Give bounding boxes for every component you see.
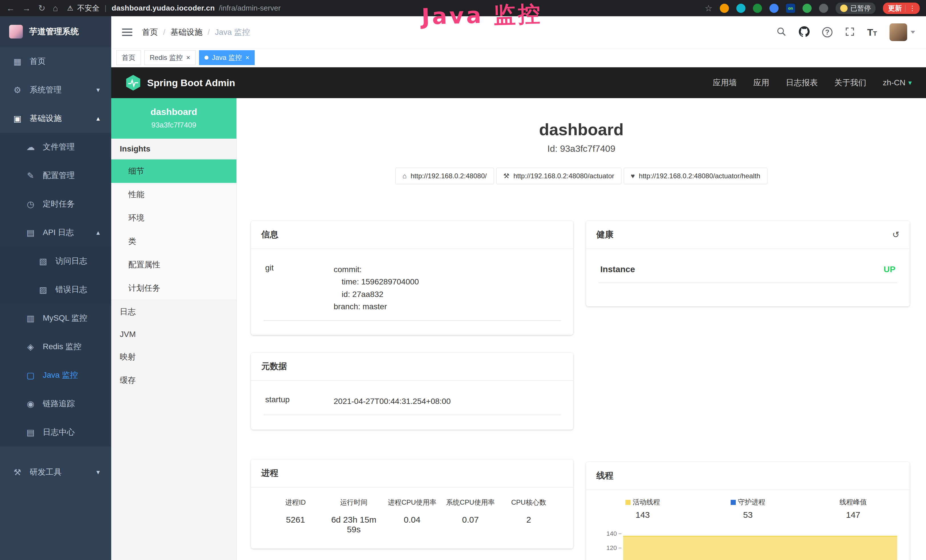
legend-daemon-threads: 守护进程 <box>695 498 800 507</box>
link-health-url[interactable]: ♥ http://192.168.0.2:48080/actuator/heal… <box>624 168 767 184</box>
extension-icon[interactable] <box>802 4 812 13</box>
extension-icon[interactable] <box>736 4 746 13</box>
sba-section-insights: Insights <box>111 139 236 159</box>
link-actuator-url[interactable]: ⚒ http://192.168.0.2:48080/actuator <box>496 168 622 184</box>
hamburger-icon[interactable] <box>122 29 132 36</box>
info-key: git <box>265 263 334 313</box>
close-icon[interactable]: × <box>245 54 249 61</box>
home-icon: ⌂ <box>402 172 407 180</box>
sba-brand[interactable]: Spring Boot Admin <box>126 74 235 91</box>
sidebar-item-label: 基础设施 <box>30 113 62 124</box>
tab-home[interactable]: 首页 <box>117 50 141 65</box>
security-warning-label: 不安全 <box>77 3 100 13</box>
sidebar-item-infra[interactable]: ▣ 基础设施 ▴ <box>0 104 111 133</box>
tab-java-monitor[interactable]: Java 监控 × <box>199 50 255 65</box>
sba-locale-select[interactable]: zh-CN ▾ <box>883 78 912 87</box>
sba-nav-about[interactable]: 关于我们 <box>834 77 866 88</box>
y-tick: 120 <box>595 544 617 552</box>
sba-item-mappings[interactable]: 映射 <box>111 345 236 369</box>
sidebar-item-label: MySQL 监控 <box>43 313 87 324</box>
sidebar-item-system[interactable]: ⚙ 系统管理 ▾ <box>0 76 111 104</box>
dashboard-icon: ▦ <box>12 56 23 67</box>
threads-legend: 活动线程 守护进程 线程峰值 <box>586 490 910 509</box>
browser-chrome: ← → ↻ ⌂ ⚠ 不安全 | dashboard.yudao.iocoder.… <box>0 0 926 16</box>
sidebar-item-scheduled-jobs[interactable]: ◷ 定时任务 <box>0 190 111 218</box>
y-tick: 100 <box>595 558 617 560</box>
help-icon[interactable]: ? <box>822 27 832 37</box>
sba-item-classes[interactable]: 类 <box>111 230 236 253</box>
sidebar-item-dev-tools[interactable]: ⚒ 研发工具 ▾ <box>0 458 111 486</box>
sba-nav-wallboard[interactable]: 应用墙 <box>713 77 737 88</box>
back-icon[interactable]: ← <box>6 3 15 13</box>
metadata-card: 元数据 startup 2021-04-27T00:44:31.254+08:0… <box>251 353 573 430</box>
link-root-url[interactable]: ⌂ http://192.168.0.2:48080/ <box>395 168 494 184</box>
cloud-icon: ☁ <box>25 142 36 152</box>
tools-icon: ⚒ <box>12 467 23 477</box>
process-col-pid: 进程ID 5261 <box>266 498 325 534</box>
url-host: dashboard.yudao.iocoder.cn <box>112 4 215 12</box>
breadcrumb-infra[interactable]: 基础设施 <box>171 27 203 38</box>
process-col-uptime: 运行时间 6d 23h 15m 59s <box>325 498 383 534</box>
sidebar-item-redis-monitor[interactable]: ◈ Redis 监控 <box>0 332 111 361</box>
metadata-card-title: 元数据 <box>261 360 287 372</box>
user-avatar-menu[interactable] <box>890 23 915 41</box>
kebab-menu-icon[interactable]: ⋮ <box>909 4 916 12</box>
health-instance-row[interactable]: Instance UP <box>599 256 897 283</box>
sba-item-environment[interactable]: 环境 <box>111 206 236 230</box>
sba-item-scheduled-tasks[interactable]: 计划任务 <box>111 277 236 300</box>
sidebar-item-api-logs[interactable]: ▤ API 日志 ▴ <box>0 218 111 247</box>
profile-paused-chip[interactable]: 已暂停 <box>835 3 876 14</box>
sba-item-loggers[interactable]: 日志 <box>111 300 236 324</box>
sidebar-item-mysql-monitor[interactable]: ▥ MySQL 监控 <box>0 304 111 332</box>
sidebar-item-file-manage[interactable]: ☁ 文件管理 <box>0 133 111 161</box>
sba-instance-header[interactable]: dashboard 93a3fc7f7409 <box>111 98 236 139</box>
extension-on-icon[interactable]: on <box>786 4 795 13</box>
extension-icon[interactable] <box>720 4 729 13</box>
sidebar-item-log-center[interactable]: ▤ 日志中心 <box>0 418 111 446</box>
app-logo[interactable]: 芋道管理系统 <box>0 16 111 47</box>
sba-item-jvm[interactable]: JVM <box>111 324 236 345</box>
sba-item-metrics[interactable]: 性能 <box>111 183 236 206</box>
tab-label: Java 监控 <box>212 53 242 62</box>
bookmark-star-icon[interactable]: ☆ <box>705 3 713 13</box>
sidebar-item-home[interactable]: ▦ 首页 <box>0 47 111 76</box>
sba-nav-applications[interactable]: 应用 <box>754 77 769 88</box>
sba-item-caches[interactable]: 缓存 <box>111 369 236 392</box>
sba-item-details[interactable]: 细节 <box>111 159 236 183</box>
sidebar-item-config-manage[interactable]: ✎ 配置管理 <box>0 161 111 190</box>
extension-icon[interactable] <box>769 4 779 13</box>
threads-card-title: 线程 <box>596 470 613 481</box>
sidebar-item-access-logs[interactable]: ▧ 访问日志 <box>0 247 111 275</box>
sidebar-item-java-monitor[interactable]: ▢ Java 监控 <box>0 361 111 389</box>
sba-nav-journal[interactable]: 日志报表 <box>786 77 818 88</box>
legend-live-threads: 活动线程 <box>590 498 695 507</box>
reload-icon[interactable]: ↻ <box>38 3 45 13</box>
sba-item-config-props[interactable]: 配置属性 <box>111 253 236 277</box>
info-card-title: 信息 <box>261 229 278 241</box>
sidebar-item-trace[interactable]: ◉ 链路追踪 <box>0 389 111 418</box>
process-table: 进程ID 5261 运行时间 6d 23h 15m 59s 进程CPU使用率 <box>263 494 561 537</box>
font-size-icon[interactable]: T T <box>867 27 877 38</box>
tab-label: 首页 <box>122 53 135 62</box>
address-bar[interactable]: ⚠ 不安全 | dashboard.yudao.iocoder.cn /infr… <box>67 3 281 13</box>
breadcrumb-home[interactable]: 首页 <box>142 27 158 38</box>
fullscreen-icon[interactable] <box>845 27 855 38</box>
history-icon[interactable]: ↺ <box>892 230 899 240</box>
sba-content: dashboard Id: 93a3fc7f7409 ⌂ http://192.… <box>237 98 926 560</box>
security-warning-icon[interactable]: ⚠ <box>67 4 73 12</box>
breadcrumb-current: Java 监控 <box>215 27 250 38</box>
breadcrumb-separator: / <box>207 28 210 37</box>
close-icon[interactable]: × <box>186 54 190 61</box>
chevron-up-icon: ▴ <box>96 114 100 123</box>
update-button[interactable]: 更新 ⋮ <box>883 3 920 14</box>
sidebar-item-error-logs[interactable]: ▨ 错误日志 <box>0 275 111 304</box>
forward-icon[interactable]: → <box>22 3 31 13</box>
eye-icon: ◉ <box>25 399 36 409</box>
health-card: 健康 ↺ Instance UP <box>586 221 910 306</box>
search-icon[interactable] <box>776 27 786 38</box>
extension-puzzle-icon[interactable] <box>819 4 828 13</box>
github-icon[interactable] <box>799 26 809 38</box>
tab-redis-monitor[interactable]: Redis 监控 × <box>144 50 196 65</box>
extension-icon[interactable] <box>753 4 762 13</box>
home-icon[interactable]: ⌂ <box>53 3 58 13</box>
